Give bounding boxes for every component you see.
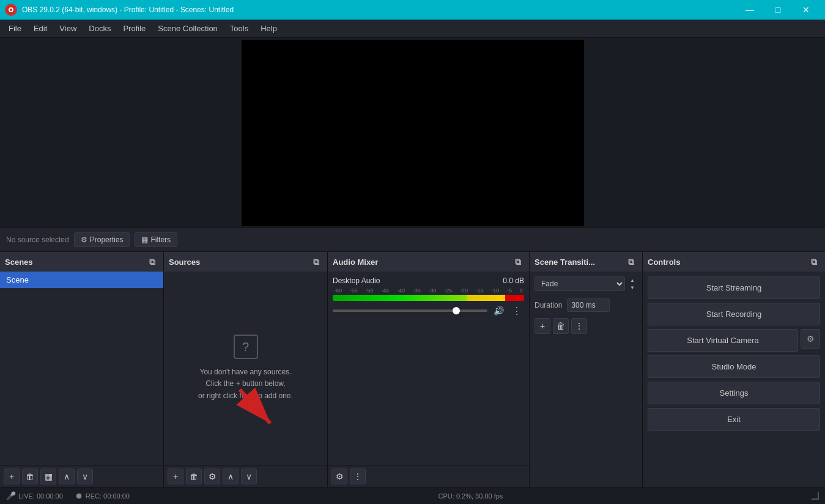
duration-input[interactable] <box>567 298 610 312</box>
virtual-camera-row: Start Virtual Camera ⚙ <box>648 329 820 352</box>
app-icon <box>5 4 17 16</box>
audio-footer: ⚙ ⋮ <box>328 465 529 487</box>
controls-panel-header: Controls ⧉ <box>643 252 825 272</box>
rec-label: REC: 00:00:00 <box>86 492 130 500</box>
meter-red <box>505 295 524 301</box>
source-down-button[interactable]: ∨ <box>241 469 257 484</box>
preview-area <box>0 38 825 228</box>
audio-more-footer-button[interactable]: ⋮ <box>350 469 366 484</box>
audio-expand-icon[interactable]: ⧉ <box>512 256 524 268</box>
meter-labels: -60-55-50-45-40-35-30-25-20-15-10-50 <box>333 287 524 294</box>
cpu-status: CPU: 0.2%, 30.00 fps <box>438 492 503 500</box>
volume-slider[interactable] <box>333 309 487 312</box>
sources-content[interactable]: ? You don't have any sources.Click the +… <box>164 272 327 465</box>
titlebar: OBS 29.0.2 (64-bit, windows) - Profile: … <box>0 0 825 20</box>
scene-up-button[interactable]: ∧ <box>59 469 75 484</box>
controls-panel: Controls ⧉ Start Streaming Start Recordi… <box>643 252 825 487</box>
sources-footer: + 🗑 ⚙ ∧ ∨ <box>164 465 327 487</box>
meter-bar <box>333 295 524 301</box>
source-delete-button[interactable]: 🗑 <box>186 469 202 484</box>
audio-header-icons: ⧉ <box>512 256 524 268</box>
audio-content: Desktop Audio 0.0 dB -60-55-50-45-40-35-… <box>328 272 529 465</box>
scenes-expand-icon[interactable]: ⧉ <box>146 256 158 268</box>
start-recording-button[interactable]: Start Recording <box>648 303 820 325</box>
duration-label: Duration <box>535 301 562 309</box>
transition-add-row: + 🗑 ⋮ <box>530 314 642 338</box>
properties-button[interactable]: ⚙ Properties <box>74 232 130 247</box>
filters-button[interactable]: ▦ Filters <box>135 232 177 247</box>
transition-more-button[interactable]: ⋮ <box>571 318 587 334</box>
scenes-panel: Scenes ⧉ Scene + 🗑 ▦ ∧ ∨ <box>0 252 164 487</box>
arrow-indicator <box>234 384 283 434</box>
audio-settings-button[interactable]: ⚙ <box>331 469 347 484</box>
sources-expand-icon[interactable]: ⧉ <box>310 256 322 268</box>
svg-point-2 <box>10 9 12 11</box>
audio-panel-header: Audio Mixer ⧉ <box>328 252 529 272</box>
gear-icon: ⚙ <box>81 235 87 244</box>
transition-down-arrow[interactable]: ▼ <box>627 284 637 291</box>
transition-expand-icon[interactable]: ⧉ <box>625 256 637 268</box>
audio-channel-header: Desktop Audio 0.0 dB <box>333 276 524 285</box>
scene-item[interactable]: Scene <box>0 272 163 288</box>
source-settings-button[interactable]: ⚙ <box>204 469 220 484</box>
controls-header-icons: ⧉ <box>808 256 820 268</box>
source-up-button[interactable]: ∧ <box>223 469 239 484</box>
meter-green <box>333 295 467 301</box>
virtual-camera-settings-icon[interactable]: ⚙ <box>801 329 820 349</box>
transition-up-arrow[interactable]: ▲ <box>627 276 637 284</box>
audio-channel-name: Desktop Audio <box>333 276 380 285</box>
controls-expand-icon[interactable]: ⧉ <box>808 256 820 268</box>
svg-line-4 <box>240 390 270 423</box>
menu-docks[interactable]: Docks <box>83 20 117 37</box>
statusbar: 🎤 LIVE: 00:00:00 ⏺ REC: 00:00:00 CPU: 0.… <box>0 487 825 504</box>
audio-more-button[interactable]: ⋮ <box>509 303 524 318</box>
transition-panel-header: Scene Transiti... ⧉ <box>530 252 642 272</box>
scenes-footer: + 🗑 ▦ ∧ ∨ <box>0 465 163 487</box>
question-icon: ? <box>234 335 258 359</box>
menu-scene-collection[interactable]: Scene Collection <box>152 20 224 37</box>
controls-content: Start Streaming Start Recording Start Vi… <box>643 272 825 487</box>
menu-file[interactable]: File <box>2 20 28 37</box>
menu-help[interactable]: Help <box>254 20 283 37</box>
start-virtual-camera-button[interactable]: Start Virtual Camera <box>648 329 798 352</box>
scene-add-button[interactable]: + <box>4 469 20 484</box>
desktop-audio-channel: Desktop Audio 0.0 dB -60-55-50-45-40-35-… <box>328 272 529 323</box>
exit-button[interactable]: Exit <box>648 408 820 431</box>
close-button[interactable]: ✕ <box>792 0 820 20</box>
maximize-button[interactable]: □ <box>764 0 792 20</box>
rec-status: ⏺ REC: 00:00:00 <box>75 491 130 500</box>
menubar: File Edit View Docks Profile Scene Colle… <box>0 20 825 38</box>
volume-thumb <box>453 307 460 314</box>
mute-button[interactable]: 🔊 <box>491 303 506 318</box>
transition-panel: Scene Transiti... ⧉ Fade Cut Swipe Slide… <box>530 252 643 487</box>
menu-profile[interactable]: Profile <box>117 20 152 37</box>
transition-add-button[interactable]: + <box>535 318 550 334</box>
preview-canvas <box>242 40 584 226</box>
no-source-label: No source selected <box>6 235 69 244</box>
menu-tools[interactable]: Tools <box>224 20 254 37</box>
transition-delete-button[interactable]: 🗑 <box>553 318 569 334</box>
transition-arrows: ▲ ▼ <box>627 276 637 291</box>
menu-view[interactable]: View <box>53 20 83 37</box>
transition-header-icons: ⧉ <box>625 256 637 268</box>
source-bar: No source selected ⚙ Properties ▦ Filter… <box>0 228 825 252</box>
transition-select-row: Fade Cut Swipe Slide Stinger Luma Wipe ▲… <box>530 272 642 296</box>
source-add-button[interactable]: + <box>168 469 183 484</box>
scene-down-button[interactable]: ∨ <box>77 469 93 484</box>
minimize-button[interactable]: — <box>736 0 764 20</box>
scene-filter-button[interactable]: ▦ <box>40 469 56 484</box>
start-streaming-button[interactable]: Start Streaming <box>648 276 820 299</box>
window-title: OBS 29.0.2 (64-bit, windows) - Profile: … <box>22 6 736 14</box>
transition-select[interactable]: Fade Cut Swipe Slide Stinger Luma Wipe <box>535 276 625 291</box>
duration-row: Duration <box>530 296 642 314</box>
settings-button[interactable]: Settings <box>648 382 820 404</box>
studio-mode-button[interactable]: Studio Mode <box>648 355 820 378</box>
scene-delete-button[interactable]: 🗑 <box>22 469 38 484</box>
live-icon: 🎤 <box>6 491 16 500</box>
scenes-panel-header: Scenes ⧉ <box>0 252 163 272</box>
audio-panel: Audio Mixer ⧉ Desktop Audio 0.0 dB -60-5… <box>328 252 530 487</box>
rec-icon: ⏺ <box>75 491 83 500</box>
audio-meter <box>333 295 524 301</box>
resize-grip[interactable] <box>812 492 819 500</box>
menu-edit[interactable]: Edit <box>28 20 53 37</box>
